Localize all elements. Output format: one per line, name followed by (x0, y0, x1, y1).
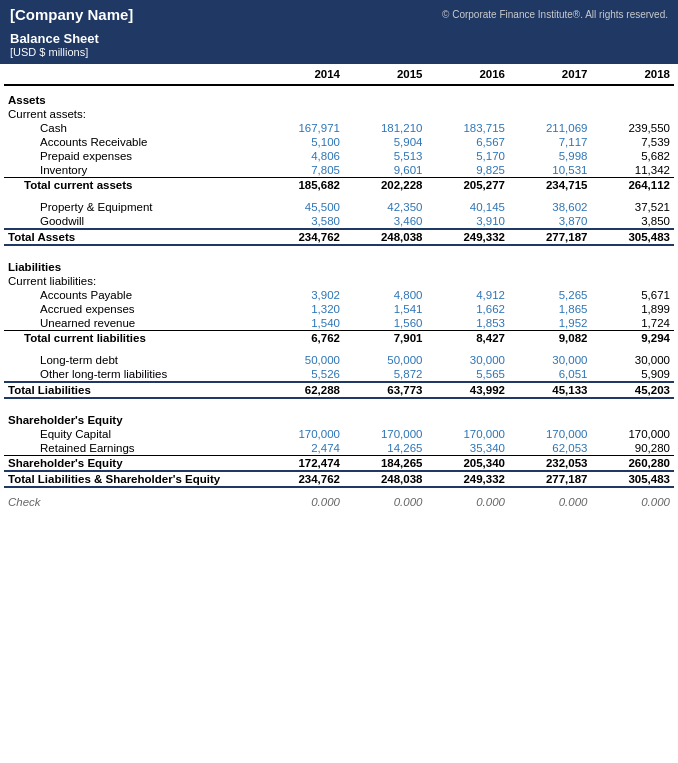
re-2016: 35,340 (426, 441, 508, 456)
cash-2017: 211,069 (509, 121, 591, 135)
other-lt-row: Other long-term liabilities 5,526 5,872 … (4, 367, 674, 382)
tlse-2015: 248,038 (344, 471, 426, 487)
cash-row: Cash 167,971 181,210 183,715 211,069 239… (4, 121, 674, 135)
inventory-2018: 11,342 (591, 163, 674, 178)
check-2016: 0.000 (426, 495, 508, 509)
unearned-2015: 1,560 (344, 316, 426, 331)
cash-label: Cash (4, 121, 262, 135)
tca-2014: 185,682 (262, 178, 344, 193)
ta-2015: 248,038 (344, 229, 426, 245)
ltd-2017: 30,000 (509, 353, 591, 367)
equity-label: Shareholder's Equity (4, 406, 674, 427)
ar-2018: 7,539 (591, 135, 674, 149)
accounts-receivable-row: Accounts Receivable 5,100 5,904 6,567 7,… (4, 135, 674, 149)
se-2015: 184,265 (344, 456, 426, 472)
ap-2014: 3,902 (262, 288, 344, 302)
se-2016: 205,340 (426, 456, 508, 472)
accrued-row: Accrued expenses 1,320 1,541 1,662 1,865… (4, 302, 674, 316)
content: 2014 2015 2016 2017 2018 Assets Current … (0, 64, 678, 509)
ec-2015: 170,000 (344, 427, 426, 441)
sub-header: Balance Sheet [USD $ millions] (0, 29, 678, 64)
ap-2016: 4,912 (426, 288, 508, 302)
accrued-2014: 1,320 (262, 302, 344, 316)
tcl-2015: 7,901 (344, 331, 426, 346)
cash-2014: 167,971 (262, 121, 344, 135)
ec-2018: 170,000 (591, 427, 674, 441)
unearned-label: Unearned revenue (4, 316, 262, 331)
re-2018: 90,280 (591, 441, 674, 456)
goodwill-2014: 3,580 (262, 214, 344, 229)
assets-label: Assets (4, 85, 674, 107)
prepaid-2018: 5,682 (591, 149, 674, 163)
current-liabilities-label: Current liabilities: (4, 274, 262, 288)
cash-2016: 183,715 (426, 121, 508, 135)
cash-2015: 181,210 (344, 121, 426, 135)
ppe-2016: 40,145 (426, 200, 508, 214)
tcl-2017: 9,082 (509, 331, 591, 346)
se-2014: 172,474 (262, 456, 344, 472)
check-2018: 0.000 (591, 495, 674, 509)
year-2018: 2018 (591, 64, 674, 85)
spacer5 (4, 487, 674, 495)
olt-2014: 5,526 (262, 367, 344, 382)
prepaid-row: Prepaid expenses 4,806 5,513 5,170 5,998… (4, 149, 674, 163)
prepaid-2017: 5,998 (509, 149, 591, 163)
goodwill-label: Goodwill (4, 214, 262, 229)
tcl-label: Total current liabilities (4, 331, 262, 346)
year-2014: 2014 (262, 64, 344, 85)
balance-sheet-title: Balance Sheet (10, 31, 668, 46)
re-2017: 62,053 (509, 441, 591, 456)
olt-2016: 5,565 (426, 367, 508, 382)
balance-sheet-table: 2014 2015 2016 2017 2018 Assets Current … (4, 64, 674, 509)
equity-capital-row: Equity Capital 170,000 170,000 170,000 1… (4, 427, 674, 441)
check-2015: 0.000 (344, 495, 426, 509)
spacer4 (4, 398, 674, 406)
tlse-2017: 277,187 (509, 471, 591, 487)
year-2017: 2017 (509, 64, 591, 85)
total-current-liabilities-row: Total current liabilities 6,762 7,901 8,… (4, 331, 674, 346)
tlse-label: Total Liabilities & Shareholder's Equity (4, 471, 262, 487)
inventory-label: Inventory (4, 163, 262, 178)
ltd-row: Long-term debt 50,000 50,000 30,000 30,0… (4, 353, 674, 367)
accrued-2015: 1,541 (344, 302, 426, 316)
check-2014: 0.000 (262, 495, 344, 509)
check-2017: 0.000 (509, 495, 591, 509)
year-header-row: 2014 2015 2016 2017 2018 (4, 64, 674, 85)
cash-2018: 239,550 (591, 121, 674, 135)
total-assets-label: Total Assets (4, 229, 262, 245)
ta-2018: 305,483 (591, 229, 674, 245)
year-2016: 2016 (426, 64, 508, 85)
se-2018: 260,280 (591, 456, 674, 472)
total-current-assets-label: Total current assets (4, 178, 262, 193)
re-2015: 14,265 (344, 441, 426, 456)
accrued-label: Accrued expenses (4, 302, 262, 316)
goodwill-2017: 3,870 (509, 214, 591, 229)
tca-2016: 205,277 (426, 178, 508, 193)
ltd-2016: 30,000 (426, 353, 508, 367)
ap-row: Accounts Payable 3,902 4,800 4,912 5,265… (4, 288, 674, 302)
equity-section-header: Shareholder's Equity (4, 406, 674, 427)
tca-2018: 264,112 (591, 178, 674, 193)
spacer1 (4, 192, 674, 200)
ar-2014: 5,100 (262, 135, 344, 149)
ppe-2018: 37,521 (591, 200, 674, 214)
ta-2014: 234,762 (262, 229, 344, 245)
tl-2018: 45,203 (591, 382, 674, 398)
accrued-2018: 1,899 (591, 302, 674, 316)
ec-2016: 170,000 (426, 427, 508, 441)
re-2014: 2,474 (262, 441, 344, 456)
tl-2015: 63,773 (344, 382, 426, 398)
spacer3 (4, 345, 674, 353)
label-header (4, 64, 262, 85)
ltd-label: Long-term debt (4, 353, 262, 367)
current-assets-header: Current assets: (4, 107, 674, 121)
accrued-2017: 1,865 (509, 302, 591, 316)
current-assets-label: Current assets: (4, 107, 262, 121)
total-liabilities-equity-row: Total Liabilities & Shareholder's Equity… (4, 471, 674, 487)
se-2017: 232,053 (509, 456, 591, 472)
unearned-2018: 1,724 (591, 316, 674, 331)
olt-2018: 5,909 (591, 367, 674, 382)
tcl-2014: 6,762 (262, 331, 344, 346)
total-current-assets-row: Total current assets 185,682 202,228 205… (4, 178, 674, 193)
prepaid-2015: 5,513 (344, 149, 426, 163)
